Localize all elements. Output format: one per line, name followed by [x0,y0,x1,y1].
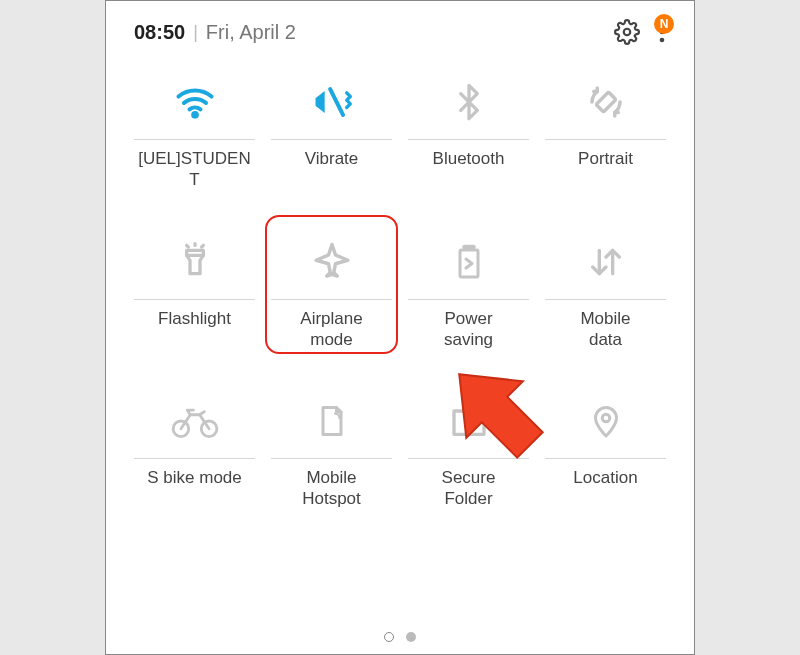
tile-label: Mobile data [576,308,634,351]
tile-power-saving[interactable]: Power saving [400,221,537,351]
portrait-icon [585,81,627,123]
tile-label: Portrait [574,148,637,190]
bluetooth-icon [449,80,489,124]
page-dot-2[interactable] [406,632,416,642]
tile-s-bike-mode[interactable]: S bike mode [126,380,263,510]
tile-location[interactable]: Location [537,380,674,510]
tile-rotation[interactable]: Portrait [537,61,674,191]
svg-line-9 [186,245,188,247]
tile-label: Power saving [440,308,497,351]
tile-label: Mobile Hotspot [298,467,365,510]
bike-icon [170,401,220,441]
status-separator: | [193,22,198,43]
quick-settings-grid: [UEL]STUDEN T Vibrate Bluetooth [106,51,694,510]
svg-point-0 [624,29,631,36]
more-options-button[interactable]: N [658,20,666,44]
svg-rect-6 [596,92,616,112]
tile-label: Location [569,467,641,509]
quick-settings-panel: 08:50 | Fri, April 2 N [UEL]STUDEN T [105,0,695,655]
mobile-data-icon [586,241,626,283]
tile-label: S bike mode [143,467,246,509]
tile-label: Vibrate [301,148,363,190]
flashlight-icon [175,240,215,284]
svg-point-3 [660,38,665,43]
secure-folder-icon [448,401,490,441]
page-indicator [106,632,694,642]
tile-mobile-data[interactable]: Mobile data [537,221,674,351]
page-dot-1[interactable] [384,632,394,642]
tile-label: Airplane mode [296,308,366,351]
tile-label: [UEL]STUDEN T [134,148,254,191]
power-saving-icon [451,240,487,284]
tile-bluetooth[interactable]: Bluetooth [400,61,537,191]
tile-sound[interactable]: Vibrate [263,61,400,191]
svg-line-10 [201,245,203,247]
status-bar: 08:50 | Fri, April 2 N [106,1,694,51]
tile-secure-folder[interactable]: Secure Folder [400,380,537,510]
tile-airplane-mode[interactable]: Airplane mode [263,221,400,351]
wifi-icon [173,80,217,124]
svg-line-5 [330,89,343,115]
notification-badge: N [654,14,674,34]
tile-label: Bluetooth [429,148,509,190]
tile-label: Secure Folder [438,467,500,510]
hotspot-icon [314,400,350,442]
tile-flashlight[interactable]: Flashlight [126,221,263,351]
airplane-icon [311,241,353,283]
location-icon [588,399,624,443]
tile-wifi[interactable]: [UEL]STUDEN T [126,61,263,191]
gear-icon [614,19,640,45]
svg-rect-11 [460,250,478,277]
svg-point-4 [193,113,197,117]
vibrate-icon [310,80,354,124]
svg-point-18 [602,414,610,422]
settings-button[interactable] [614,19,640,45]
tile-mobile-hotspot[interactable]: Mobile Hotspot [263,380,400,510]
status-date: Fri, April 2 [206,21,614,44]
tile-label: Flashlight [154,308,235,350]
clock-time: 08:50 [134,21,185,44]
